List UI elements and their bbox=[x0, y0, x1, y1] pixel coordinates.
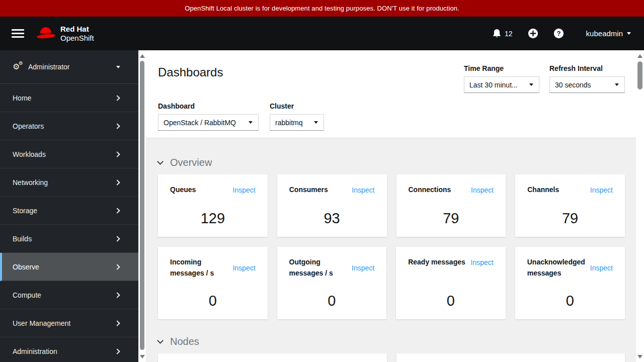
card-value: 0 bbox=[527, 293, 613, 314]
card-title: Consumers bbox=[289, 185, 328, 196]
sidebar-item-networking[interactable]: Networking bbox=[0, 168, 138, 197]
inspect-link[interactable]: Inspect bbox=[352, 264, 374, 272]
chevron-right-icon bbox=[114, 208, 120, 213]
dashboard-select[interactable]: OpenStack / RabbitMQ bbox=[158, 114, 259, 131]
refresh-interval-label: Refresh Interval bbox=[549, 64, 625, 72]
hamburger-menu-icon[interactable] bbox=[12, 27, 24, 40]
scrollbar-thumb[interactable] bbox=[140, 61, 144, 350]
page-title: Dashboards bbox=[158, 65, 223, 79]
dashboard-body: Overview Queues Inspect 129 Consumers In… bbox=[146, 138, 636, 362]
quick-create-button[interactable] bbox=[528, 28, 538, 39]
inspect-link[interactable]: Inspect bbox=[471, 258, 494, 266]
card-ready-messages: Ready messages Inspect 0 bbox=[396, 247, 506, 319]
card-value: 0 bbox=[289, 293, 375, 314]
card-title: Channels bbox=[527, 185, 559, 196]
cluster-value: rabbitmq bbox=[275, 119, 302, 127]
overview-section-header: Overview bbox=[158, 157, 625, 168]
perspective-label: Administrator bbox=[28, 63, 69, 71]
chevron-right-icon bbox=[114, 264, 120, 269]
sidebar-item-label: Observe bbox=[13, 263, 39, 271]
card-value: 129 bbox=[170, 210, 256, 232]
cogs-icon bbox=[13, 63, 23, 71]
banner-message: OpenShift Local cluster is for developme… bbox=[185, 5, 459, 12]
sidebar-item-builds[interactable]: Builds bbox=[0, 225, 138, 253]
time-range-label: Time Range bbox=[464, 64, 539, 72]
sidebar-item-home[interactable]: Home bbox=[0, 84, 138, 112]
time-range-value: Last 30 minut... bbox=[469, 81, 518, 89]
sidebar-item-observe[interactable]: Observe bbox=[0, 253, 138, 281]
inspect-link[interactable]: Inspect bbox=[233, 186, 256, 194]
sidebar-item-label: User Management bbox=[13, 319, 70, 327]
caret-down-icon bbox=[529, 83, 533, 86]
nodes-section-header: Nodes bbox=[158, 336, 625, 347]
sidebar-item-administration[interactable]: Administration bbox=[0, 337, 138, 362]
cluster-select[interactable]: rabbitmq bbox=[270, 114, 324, 131]
caret-down-icon bbox=[116, 66, 120, 68]
cluster-label: Cluster bbox=[270, 102, 324, 110]
card-value: 0 bbox=[408, 293, 494, 314]
overview-card-row: Incoming messages / s Inspect 0 Outgoing… bbox=[158, 247, 625, 319]
scroll-up-arrow-icon[interactable] bbox=[140, 54, 145, 58]
brand-line2: OpenShift bbox=[60, 34, 94, 43]
redhat-hat-icon bbox=[37, 27, 55, 40]
overview-card-row: Queues Inspect 129 Consumers Inspect 93 bbox=[158, 174, 625, 237]
card-incoming-messages: Incoming messages / s Inspect 0 bbox=[158, 247, 268, 319]
caret-down-icon bbox=[627, 32, 631, 35]
plus-circle-icon bbox=[528, 28, 538, 39]
inspect-link[interactable]: Inspect bbox=[352, 186, 374, 194]
sidebar-item-compute[interactable]: Compute bbox=[0, 281, 138, 309]
caret-down-icon bbox=[314, 121, 318, 124]
brand-line1: Red Hat bbox=[60, 25, 94, 34]
openshift-console: OpenShift Local cluster is for developme… bbox=[0, 0, 644, 362]
page-scrollbar[interactable] bbox=[636, 50, 644, 362]
notifications-button[interactable]: 12 bbox=[493, 29, 513, 38]
sidebar-item-workloads[interactable]: Workloads bbox=[0, 140, 138, 168]
bell-icon bbox=[493, 29, 501, 38]
card-consumers: Consumers Inspect 93 bbox=[277, 174, 387, 237]
nodes-card-row bbox=[158, 353, 625, 362]
inspect-link[interactable]: Inspect bbox=[471, 186, 494, 194]
sidebar-item-storage[interactable]: Storage bbox=[0, 197, 138, 225]
chevron-down-icon[interactable] bbox=[157, 337, 164, 344]
page-header: Dashboards Time Range Last 30 minut... R… bbox=[146, 50, 636, 138]
section-title: Nodes bbox=[170, 336, 199, 347]
inspect-link[interactable]: Inspect bbox=[590, 186, 613, 194]
user-dropdown[interactable]: kubeadmin bbox=[586, 29, 631, 38]
sidebar-item-label: Networking bbox=[13, 178, 48, 187]
card-queues: Queues Inspect 129 bbox=[158, 174, 268, 237]
card-outgoing-messages: Outgoing messages / s Inspect 0 bbox=[277, 247, 387, 319]
help-button[interactable]: ? bbox=[553, 28, 564, 39]
svg-text:?: ? bbox=[556, 30, 560, 37]
card-unacknowledged-messages: Unacknowledged messages Inspect 0 bbox=[515, 247, 625, 319]
node-card bbox=[158, 353, 387, 362]
dashboard-label: Dashboard bbox=[158, 102, 259, 110]
chevron-right-icon bbox=[114, 236, 120, 241]
sidebar-item-user-management[interactable]: User Management bbox=[0, 309, 138, 337]
chevron-right-icon bbox=[114, 123, 120, 129]
scroll-down-arrow-icon[interactable] bbox=[637, 355, 642, 358]
chevron-down-icon[interactable] bbox=[157, 158, 164, 165]
scroll-up-arrow-icon[interactable] bbox=[637, 54, 642, 58]
scroll-down-arrow-icon[interactable] bbox=[140, 355, 145, 358]
section-title: Overview bbox=[170, 157, 212, 168]
card-title: Connections bbox=[409, 185, 451, 196]
dashboard-value: OpenStack / RabbitMQ bbox=[164, 119, 236, 127]
scrollbar-thumb[interactable] bbox=[637, 61, 642, 89]
chevron-right-icon bbox=[114, 179, 120, 185]
inspect-link[interactable]: Inspect bbox=[232, 264, 255, 272]
question-circle-icon: ? bbox=[553, 28, 564, 39]
refresh-interval-select[interactable]: 30 seconds bbox=[549, 76, 625, 93]
username: kubeadmin bbox=[586, 29, 623, 38]
chevron-right-icon bbox=[114, 151, 120, 157]
card-value: 0 bbox=[170, 293, 256, 314]
caret-down-icon bbox=[249, 121, 253, 124]
time-range-select[interactable]: Last 30 minut... bbox=[464, 76, 539, 93]
brand-text: Red Hat OpenShift bbox=[60, 25, 94, 43]
redhat-openshift-logo[interactable]: Red Hat OpenShift bbox=[37, 25, 94, 43]
inspect-link[interactable]: Inspect bbox=[590, 264, 613, 272]
perspective-switcher[interactable]: Administrator bbox=[0, 50, 138, 84]
sidebar-item-operators[interactable]: Operators bbox=[0, 112, 138, 140]
sidebar-item-label: Home bbox=[13, 94, 31, 102]
chevron-right-icon bbox=[114, 95, 120, 101]
content-scrollbar[interactable] bbox=[138, 50, 146, 362]
